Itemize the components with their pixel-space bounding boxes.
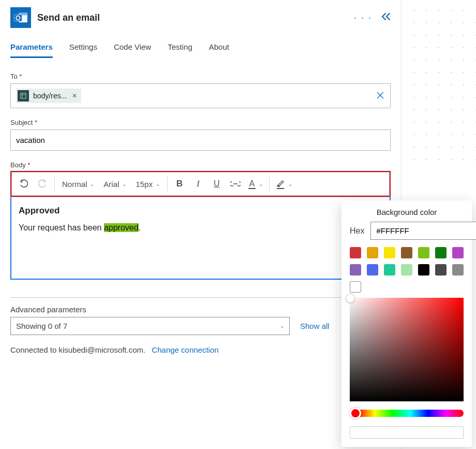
swatch-yellow[interactable]: [384, 247, 395, 258]
collapse-panel-button[interactable]: [381, 12, 391, 23]
chip-remove-button[interactable]: ✕: [72, 92, 77, 99]
panel-title: Send an email: [37, 12, 348, 23]
tab-parameters[interactable]: Parameters: [10, 42, 53, 58]
change-connection-link[interactable]: Change connection: [152, 345, 218, 354]
rich-text-toolbar: Normal⌄ Arial⌄ 15px⌄ B I U A ⌄: [11, 172, 390, 196]
popover-title: Background color: [350, 208, 464, 216]
font-color-button[interactable]: A ⌄: [245, 175, 266, 193]
swatch-green[interactable]: [435, 247, 447, 258]
to-input[interactable]: body/res... ✕: [10, 83, 391, 108]
background-color-popover: Background color Hex: [341, 200, 472, 447]
swatch-purple[interactable]: [350, 264, 361, 276]
swatch-red[interactable]: [350, 247, 361, 258]
bold-button[interactable]: B: [171, 175, 188, 193]
redo-button[interactable]: [34, 175, 51, 193]
tabs: Parameters Settings Code View Testing Ab…: [10, 42, 391, 58]
hex-input[interactable]: [370, 222, 476, 240]
paragraph-format-select[interactable]: Normal⌄: [58, 180, 98, 189]
alpha-slider[interactable]: [350, 426, 464, 439]
tab-settings[interactable]: Settings: [69, 42, 97, 58]
to-chip[interactable]: body/res... ✕: [16, 89, 81, 103]
hue-slider[interactable]: [350, 408, 464, 419]
swatch-teal[interactable]: [384, 264, 395, 276]
clear-to-button[interactable]: [376, 91, 385, 102]
swatch-brown[interactable]: [401, 247, 412, 258]
more-actions-button[interactable]: · · ·: [354, 12, 372, 23]
svg-rect-4: [21, 93, 26, 98]
swatch-mint[interactable]: [401, 264, 412, 276]
field-body: Body * Normal⌄ Arial⌄ 15px⌄ B I U: [10, 161, 391, 280]
body-heading: Approved: [19, 206, 382, 216]
highlighted-text: approved: [104, 223, 139, 232]
font-family-select[interactable]: Arial⌄: [99, 180, 130, 189]
canvas-background-dots: [404, 0, 476, 166]
swatch-gray[interactable]: [452, 264, 464, 276]
subject-label: Subject *: [10, 119, 391, 126]
tab-about[interactable]: About: [209, 42, 229, 58]
hue-thumb[interactable]: [350, 408, 361, 419]
swatch-magenta[interactable]: [452, 247, 464, 258]
hue-track: [357, 410, 464, 417]
swatch-amber[interactable]: [367, 247, 378, 258]
chevron-down-icon: ⌄: [280, 323, 284, 329]
swatch-black[interactable]: [418, 264, 429, 276]
swatch-blue[interactable]: [367, 264, 378, 276]
chip-label: body/res...: [33, 92, 67, 100]
panel-header: Send an email · · ·: [10, 7, 391, 28]
show-all-link[interactable]: Show all: [300, 322, 330, 330]
subject-input[interactable]: vacation: [10, 129, 391, 151]
font-size-select[interactable]: 15px⌄: [131, 180, 164, 189]
body-label: Body *: [10, 161, 391, 169]
undo-button[interactable]: [15, 175, 33, 193]
hex-label: Hex: [350, 226, 364, 236]
picker-indicator[interactable]: [346, 294, 355, 303]
tab-code-view[interactable]: Code View: [114, 42, 151, 58]
tab-testing[interactable]: Testing: [168, 42, 192, 58]
italic-button[interactable]: I: [189, 175, 207, 193]
swatch-darkgray[interactable]: [435, 264, 447, 276]
outlook-icon: [10, 7, 31, 28]
to-label: To *: [10, 73, 391, 80]
field-to: To * body/res... ✕: [10, 73, 391, 108]
advanced-label: Advanced parameters: [10, 305, 391, 314]
subject-value: vacation: [16, 136, 45, 144]
divider: [10, 297, 391, 298]
color-swatches: [350, 247, 464, 293]
field-subject: Subject * vacation: [10, 119, 391, 151]
body-text: Your request has been approved.: [19, 223, 382, 233]
dynamic-content-icon: [18, 90, 29, 102]
link-button[interactable]: [227, 175, 244, 193]
connection-info: Connected to kisubedi@microsoft.com. Cha…: [10, 345, 391, 354]
swatch-none[interactable]: [350, 281, 361, 293]
underline-button[interactable]: U: [208, 175, 226, 193]
saturation-picker[interactable]: [350, 298, 464, 401]
connection-email: kisubedi@microsoft.com.: [58, 345, 145, 354]
highlight-color-button[interactable]: ⌄: [273, 175, 295, 193]
advanced-parameters-select[interactable]: Showing 0 of 7 ⌄: [10, 317, 290, 335]
body-editor[interactable]: Approved Your request has been approved.: [10, 197, 391, 280]
advanced-selected-text: Showing 0 of 7: [16, 322, 67, 330]
swatch-lightgreen[interactable]: [418, 247, 429, 258]
